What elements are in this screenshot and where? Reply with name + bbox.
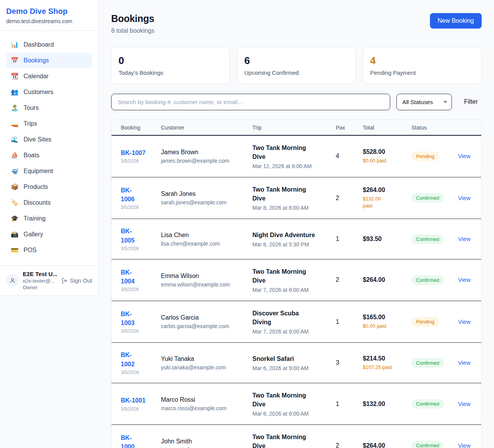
view-booking-link[interactable]: View [458, 153, 470, 159]
total-amount: $132.00 [363, 401, 399, 408]
pax-count: 3 [330, 343, 357, 383]
customers-people-icon: 👥 [11, 88, 19, 96]
sidebar-item-label: Dashboard [24, 41, 54, 48]
filter-button[interactable]: Filter [464, 98, 478, 105]
paid-amount: $107.25 paid [363, 364, 399, 371]
customer-name: Emma Wilson [161, 273, 240, 280]
products-package-icon: 📦 [11, 183, 19, 190]
bookings-calendar-icon: 📅 [11, 57, 19, 64]
customer-email: marco.rossi@example.com [161, 405, 240, 411]
new-booking-button[interactable]: New Booking [430, 13, 482, 29]
bookings-table: BookingCustomerTripPaxTotalStatus BK-100… [112, 120, 482, 448]
sidebar-header: Demo Dive Shop demo.test.divestreams.com [0, 0, 98, 31]
sidebar-item-dive-sites[interactable]: 🌊 Dive Sites [6, 132, 92, 147]
main-content: Bookings 8 total bookings New Booking 0 … [99, 0, 494, 448]
sidebar-item-equipment[interactable]: 🤿 Equipment [6, 163, 92, 179]
view-booking-link[interactable]: View [458, 442, 470, 448]
customer-email: james.brown@example.com [161, 158, 240, 164]
sidebar-item-bookings[interactable]: 📅 Bookings [6, 53, 92, 68]
stat-card-upcoming-confirmed: 6 Upcoming Confirmed [237, 47, 356, 84]
booking-date: 3/5/2026 [121, 406, 149, 412]
sidebar-item-label: Trips [24, 120, 37, 127]
booking-id-link[interactable]: BK-1007 [121, 148, 149, 157]
paid-amount: $0.00 paid [363, 323, 399, 330]
view-booking-link[interactable]: View [458, 236, 470, 242]
booking-id-link[interactable]: BK- 1002 [121, 350, 149, 368]
equipment-diving-mask-icon: 🤿 [11, 167, 19, 175]
booking-id-link[interactable]: BK-1001 [121, 396, 149, 405]
sidebar-nav: 📊 Dashboard 📅 Bookings 📆 Calendar 👥 Cust… [0, 31, 98, 265]
user-info: E2E Test U... e2e-tester@... Owner [23, 271, 58, 290]
sidebar-item-customers[interactable]: 👥 Customers [6, 84, 92, 99]
sidebar-item-gallery[interactable]: 📸 Gallery [6, 227, 92, 242]
status-filter-wrap: All Statuses [396, 94, 452, 110]
booking-id-link[interactable]: BK- 1005 [121, 227, 149, 244]
sidebar-item-dashboard[interactable]: 📊 Dashboard [6, 37, 92, 52]
pax-count: 1 [330, 301, 357, 343]
boats-sailboat-icon: ⛵ [11, 152, 19, 159]
trip-name: Two Tank Morning Dive [252, 391, 323, 409]
bookings-table-card: BookingCustomerTripPaxTotalStatus BK-100… [111, 120, 482, 448]
sidebar-item-label: Discounts [24, 199, 51, 206]
view-booking-link[interactable]: View [458, 401, 470, 407]
booking-id-link[interactable]: BK- 1004 [121, 268, 149, 286]
sidebar-item-discounts[interactable]: 🏷️ Discounts [6, 195, 92, 210]
training-graduation-icon: 🎓 [11, 215, 19, 222]
status-filter-select[interactable]: All Statuses [396, 94, 452, 110]
status-badge: Confirmed [411, 358, 444, 368]
status-badge: Confirmed [411, 275, 444, 285]
trip-datetime: Mar 6, 2026 at 8:00 AM [252, 411, 323, 417]
trip-datetime: Mar 12, 2026 at 8:00 AM [252, 163, 323, 169]
sidebar-item-tours[interactable]: 🏝️ Tours [6, 100, 92, 115]
column-header-pax: Pax [330, 120, 357, 135]
sign-out-icon [61, 278, 68, 284]
column-header-customer: Customer [155, 120, 246, 135]
page-title-block: Bookings 8 total bookings [111, 13, 154, 34]
sign-out-button[interactable]: Sign Out [61, 277, 92, 284]
pax-count: 2 [330, 177, 357, 219]
status-badge: Confirmed [411, 399, 444, 409]
stat-value: 0 [118, 55, 223, 66]
table-row: BK- 1003 3/5/2026 Carlos Garcia carlos.g… [112, 301, 482, 343]
view-booking-link[interactable]: View [458, 195, 470, 201]
sidebar-item-label: Calendar [24, 73, 49, 80]
total-amount: $528.00 [363, 148, 399, 155]
status-badge: Confirmed [411, 234, 444, 244]
search-input[interactable] [111, 94, 390, 110]
sidebar-item-calendar[interactable]: 📆 Calendar [6, 69, 92, 84]
customer-name: Carlos Garcia [161, 314, 240, 321]
bookings-table-body: BK-1007 3/5/2026 James Brown james.brown… [112, 135, 482, 448]
table-row: BK-1001 3/5/2026 Marco Rossi marco.rossi… [112, 383, 482, 424]
column-header-booking: Booking [112, 120, 155, 135]
booking-id-link[interactable]: BK- 1006 [121, 186, 149, 204]
trip-name: Two Tank Morning Dive [252, 143, 323, 161]
customer-email: lisa.chen@example.com [161, 241, 240, 247]
calendar-icon: 📆 [11, 72, 19, 80]
sidebar-item-trips[interactable]: 🚤 Trips [6, 116, 92, 131]
pax-count: 2 [330, 259, 357, 301]
sidebar-item-training[interactable]: 🎓 Training [6, 211, 92, 226]
page-title: Bookings [111, 13, 154, 24]
user-email: e2e-tester@... [23, 278, 58, 284]
customer-email: emma.wilson@example.com [161, 281, 240, 288]
stat-value: 6 [244, 55, 349, 66]
trip-datetime: Mar 8, 2026 at 5:30 PM [252, 241, 323, 248]
table-row: BK-1007 3/5/2026 James Brown james.brown… [112, 135, 482, 177]
paid-amount: $132.00 paid [363, 195, 399, 209]
trip-datetime: Mar 7, 2026 at 8:00 AM [252, 287, 323, 293]
total-amount: $93.50 [363, 236, 399, 243]
user-avatar [6, 274, 19, 287]
booking-id-link[interactable]: BK- 1003 [121, 310, 149, 327]
table-row: BK- 1000 3/5/2026 John Smith john.smith@… [112, 425, 482, 448]
user-role: Owner [23, 285, 58, 290]
booking-id-link[interactable]: BK- 1000 [121, 433, 149, 448]
page-header: Bookings 8 total bookings New Booking [111, 13, 482, 34]
view-booking-link[interactable]: View [458, 318, 470, 325]
view-booking-link[interactable]: View [458, 359, 470, 366]
sidebar-item-boats[interactable]: ⛵ Boats [6, 148, 92, 163]
customer-email: sarah.jones@example.com [161, 199, 240, 205]
view-booking-link[interactable]: View [458, 276, 470, 283]
sidebar-item-products[interactable]: 📦 Products [6, 179, 92, 194]
sidebar-item-pos[interactable]: 💳 POS [6, 243, 92, 258]
trip-name: Two Tank Morning Dive [252, 185, 323, 203]
